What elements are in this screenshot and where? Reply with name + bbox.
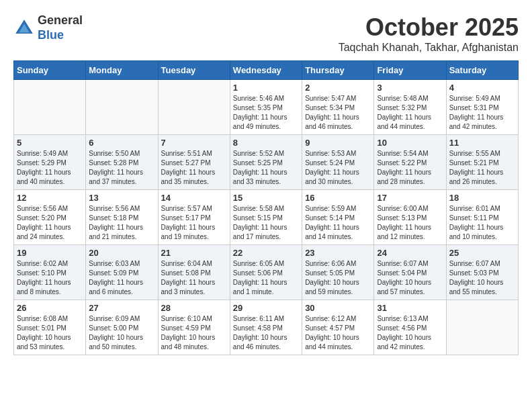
calendar-cell: 8Sunrise: 5:52 AM Sunset: 5:25 PM Daylig… (230, 135, 302, 190)
day-info: Sunrise: 5:50 AM Sunset: 5:28 PM Dayligh… (89, 149, 154, 187)
calendar-cell: 24Sunrise: 6:07 AM Sunset: 5:04 PM Dayli… (374, 245, 446, 300)
day-number: 27 (89, 303, 154, 313)
calendar-cell: 12Sunrise: 5:56 AM Sunset: 5:20 PM Dayli… (14, 190, 86, 245)
calendar-week-row: 26Sunrise: 6:08 AM Sunset: 5:01 PM Dayli… (14, 300, 519, 355)
calendar-cell: 14Sunrise: 5:57 AM Sunset: 5:17 PM Dayli… (158, 190, 230, 245)
day-number: 19 (17, 248, 83, 258)
logo-general-text: General (38, 13, 83, 28)
day-number: 14 (161, 193, 227, 203)
calendar-cell: 7Sunrise: 5:51 AM Sunset: 5:27 PM Daylig… (158, 135, 230, 190)
location-title: Taqchah Khanah, Takhar, Afghanistan (339, 42, 519, 54)
calendar-cell: 1Sunrise: 5:46 AM Sunset: 5:35 PM Daylig… (230, 80, 302, 135)
day-info: Sunrise: 5:54 AM Sunset: 5:22 PM Dayligh… (377, 149, 443, 187)
calendar-cell: 26Sunrise: 6:08 AM Sunset: 5:01 PM Dayli… (14, 300, 86, 355)
day-number: 28 (161, 303, 227, 313)
day-info: Sunrise: 6:06 AM Sunset: 5:05 PM Dayligh… (305, 259, 371, 297)
calendar-cell: 30Sunrise: 6:12 AM Sunset: 4:57 PM Dayli… (302, 300, 374, 355)
day-info: Sunrise: 5:46 AM Sunset: 5:35 PM Dayligh… (233, 94, 299, 132)
day-number: 4 (449, 83, 515, 93)
calendar-cell: 6Sunrise: 5:50 AM Sunset: 5:28 PM Daylig… (86, 135, 158, 190)
calendar-week-row: 1Sunrise: 5:46 AM Sunset: 5:35 PM Daylig… (14, 80, 519, 135)
logo: General Blue (13, 13, 83, 42)
day-number: 6 (89, 138, 154, 148)
day-info: Sunrise: 6:13 AM Sunset: 4:56 PM Dayligh… (377, 314, 443, 352)
calendar-cell (158, 80, 230, 135)
calendar-cell: 31Sunrise: 6:13 AM Sunset: 4:56 PM Dayli… (374, 300, 446, 355)
calendar-cell: 28Sunrise: 6:10 AM Sunset: 4:59 PM Dayli… (158, 300, 230, 355)
day-number: 15 (233, 193, 299, 203)
day-info: Sunrise: 6:12 AM Sunset: 4:57 PM Dayligh… (305, 314, 371, 352)
logo-icon (13, 17, 35, 39)
logo-blue-text: Blue (38, 28, 83, 43)
day-number: 8 (233, 138, 299, 148)
day-info: Sunrise: 6:05 AM Sunset: 5:06 PM Dayligh… (233, 259, 299, 297)
weekday-header-row: SundayMondayTuesdayWednesdayThursdayFrid… (14, 61, 519, 80)
day-info: Sunrise: 5:56 AM Sunset: 5:18 PM Dayligh… (89, 204, 154, 242)
calendar-cell (86, 80, 158, 135)
day-info: Sunrise: 6:09 AM Sunset: 5:00 PM Dayligh… (89, 314, 154, 352)
day-info: Sunrise: 5:57 AM Sunset: 5:17 PM Dayligh… (161, 204, 227, 242)
calendar-cell: 9Sunrise: 5:53 AM Sunset: 5:24 PM Daylig… (302, 135, 374, 190)
calendar-cell: 15Sunrise: 5:58 AM Sunset: 5:15 PM Dayli… (230, 190, 302, 245)
calendar-cell: 25Sunrise: 6:07 AM Sunset: 5:03 PM Dayli… (446, 245, 518, 300)
day-number: 22 (233, 248, 299, 258)
calendar-cell: 2Sunrise: 5:47 AM Sunset: 5:34 PM Daylig… (302, 80, 374, 135)
day-number: 24 (377, 248, 443, 258)
day-number: 11 (449, 138, 515, 148)
calendar-cell: 27Sunrise: 6:09 AM Sunset: 5:00 PM Dayli… (86, 300, 158, 355)
calendar-cell: 21Sunrise: 6:04 AM Sunset: 5:08 PM Dayli… (158, 245, 230, 300)
day-number: 23 (305, 248, 371, 258)
calendar-cell: 29Sunrise: 6:11 AM Sunset: 4:58 PM Dayli… (230, 300, 302, 355)
day-info: Sunrise: 5:49 AM Sunset: 5:29 PM Dayligh… (17, 149, 83, 187)
weekday-header-wednesday: Wednesday (230, 61, 302, 80)
calendar-cell: 5Sunrise: 5:49 AM Sunset: 5:29 PM Daylig… (14, 135, 86, 190)
day-number: 9 (305, 138, 371, 148)
day-info: Sunrise: 5:48 AM Sunset: 5:32 PM Dayligh… (377, 94, 443, 132)
day-number: 1 (233, 83, 299, 93)
day-info: Sunrise: 5:52 AM Sunset: 5:25 PM Dayligh… (233, 149, 299, 187)
day-info: Sunrise: 5:56 AM Sunset: 5:20 PM Dayligh… (17, 204, 83, 242)
day-info: Sunrise: 6:07 AM Sunset: 5:03 PM Dayligh… (449, 259, 515, 297)
day-number: 17 (377, 193, 443, 203)
day-info: Sunrise: 6:04 AM Sunset: 5:08 PM Dayligh… (161, 259, 227, 297)
calendar-cell: 13Sunrise: 5:56 AM Sunset: 5:18 PM Dayli… (86, 190, 158, 245)
day-info: Sunrise: 5:58 AM Sunset: 5:15 PM Dayligh… (233, 204, 299, 242)
calendar-cell: 17Sunrise: 6:00 AM Sunset: 5:13 PM Dayli… (374, 190, 446, 245)
day-info: Sunrise: 6:00 AM Sunset: 5:13 PM Dayligh… (377, 204, 443, 242)
calendar-cell: 23Sunrise: 6:06 AM Sunset: 5:05 PM Dayli… (302, 245, 374, 300)
day-info: Sunrise: 5:49 AM Sunset: 5:31 PM Dayligh… (449, 94, 515, 132)
calendar-cell: 3Sunrise: 5:48 AM Sunset: 5:32 PM Daylig… (374, 80, 446, 135)
calendar-cell (14, 80, 86, 135)
day-info: Sunrise: 6:11 AM Sunset: 4:58 PM Dayligh… (233, 314, 299, 352)
day-number: 30 (305, 303, 371, 313)
day-number: 2 (305, 83, 371, 93)
weekday-header-friday: Friday (374, 61, 446, 80)
calendar-table: SundayMondayTuesdayWednesdayThursdayFrid… (13, 60, 519, 355)
day-number: 16 (305, 193, 371, 203)
day-info: Sunrise: 6:01 AM Sunset: 5:11 PM Dayligh… (449, 204, 515, 242)
calendar-cell: 18Sunrise: 6:01 AM Sunset: 5:11 PM Dayli… (446, 190, 518, 245)
day-number: 7 (161, 138, 227, 148)
day-info: Sunrise: 6:02 AM Sunset: 5:10 PM Dayligh… (17, 259, 83, 297)
calendar-week-row: 5Sunrise: 5:49 AM Sunset: 5:29 PM Daylig… (14, 135, 519, 190)
calendar-cell: 22Sunrise: 6:05 AM Sunset: 5:06 PM Dayli… (230, 245, 302, 300)
day-number: 10 (377, 138, 443, 148)
calendar-cell: 10Sunrise: 5:54 AM Sunset: 5:22 PM Dayli… (374, 135, 446, 190)
day-info: Sunrise: 6:08 AM Sunset: 5:01 PM Dayligh… (17, 314, 83, 352)
calendar-cell (446, 300, 518, 355)
title-block: October 2025 Taqchah Khanah, Takhar, Afg… (339, 13, 519, 54)
day-info: Sunrise: 5:47 AM Sunset: 5:34 PM Dayligh… (305, 94, 371, 132)
day-number: 12 (17, 193, 83, 203)
calendar-cell: 19Sunrise: 6:02 AM Sunset: 5:10 PM Dayli… (14, 245, 86, 300)
page-header: General Blue October 2025 Taqchah Khanah… (13, 13, 519, 54)
day-info: Sunrise: 6:07 AM Sunset: 5:04 PM Dayligh… (377, 259, 443, 297)
day-info: Sunrise: 5:55 AM Sunset: 5:21 PM Dayligh… (449, 149, 515, 187)
day-info: Sunrise: 5:51 AM Sunset: 5:27 PM Dayligh… (161, 149, 227, 187)
month-title: October 2025 (339, 13, 519, 42)
day-number: 21 (161, 248, 227, 258)
day-number: 5 (17, 138, 83, 148)
weekday-header-monday: Monday (86, 61, 158, 80)
day-number: 31 (377, 303, 443, 313)
weekday-header-sunday: Sunday (14, 61, 86, 80)
day-info: Sunrise: 5:53 AM Sunset: 5:24 PM Dayligh… (305, 149, 371, 187)
